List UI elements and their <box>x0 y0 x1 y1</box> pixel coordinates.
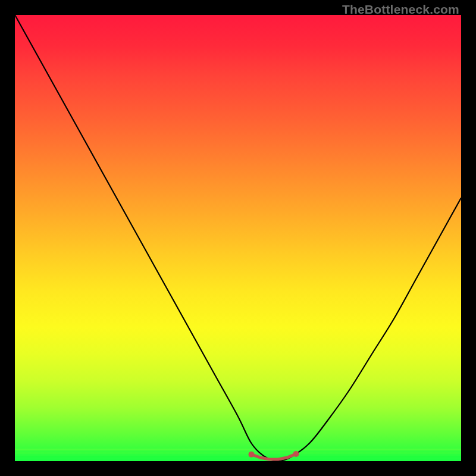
bottleneck-curve <box>15 15 461 461</box>
svg-point-1 <box>293 451 299 457</box>
plot-area <box>15 15 461 461</box>
curve-path <box>15 15 461 461</box>
chart-stage: TheBottleneck.com <box>0 0 476 476</box>
svg-point-0 <box>249 452 255 458</box>
flat-segment-markers <box>249 451 299 459</box>
